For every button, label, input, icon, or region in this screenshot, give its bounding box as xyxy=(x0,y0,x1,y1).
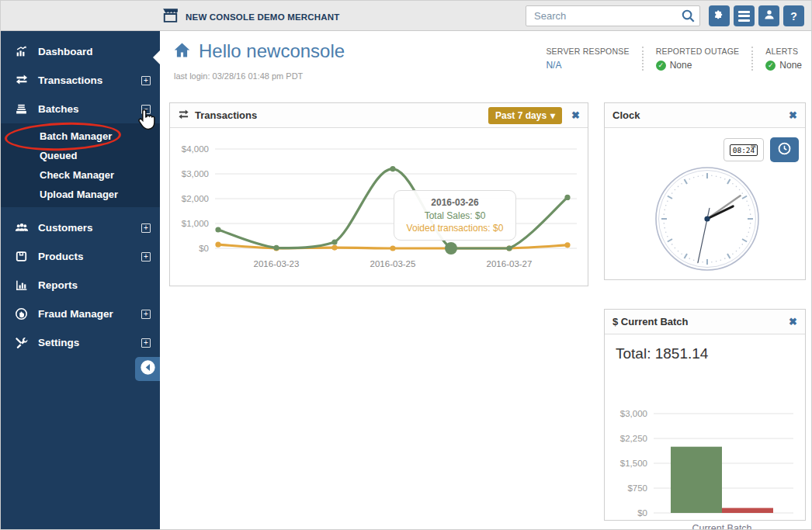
active-item-indicator xyxy=(153,50,160,64)
svg-text:$1,500: $1,500 xyxy=(620,459,647,468)
top-header-bar: NEW CONSOLE DEMO MERCHANT xyxy=(1,1,811,31)
current-batch-widget: $ Current Batch ✖ Total: 1851.14 $0$750$… xyxy=(604,309,806,521)
sidebar-item-dashboard[interactable]: Dashboard xyxy=(1,37,160,66)
sidebar-item-transactions[interactable]: Transactions+ xyxy=(1,66,160,95)
analog-clock xyxy=(653,165,762,273)
dashboard-icon xyxy=(15,45,29,59)
circle-left-arrow-icon xyxy=(140,359,156,379)
svg-text:2016-03-27: 2016-03-27 xyxy=(487,259,533,268)
settings-icon xyxy=(15,336,29,350)
digital-time-button[interactable]: 08:24PM xyxy=(724,138,764,161)
topbar-actions: ? xyxy=(526,5,804,26)
hamburger-icon xyxy=(738,11,750,22)
sidebar-item-label: Reports xyxy=(38,279,78,291)
sidebar-subitem-check-manager[interactable]: Check Manager xyxy=(1,165,160,185)
check-circle-icon: ✓ xyxy=(656,61,666,71)
clock-widget: Clock ✖ 08:24PM xyxy=(604,102,806,280)
customers-expand-toggle[interactable]: + xyxy=(141,223,151,233)
menu-button[interactable] xyxy=(734,5,755,26)
sidebar-item-label: Fraud Manager xyxy=(38,308,113,320)
svg-text:$2,250: $2,250 xyxy=(620,434,647,443)
sidebar-item-products[interactable]: Products+ xyxy=(1,242,160,271)
current-batch-bar-chart: $0$750$1,500$2,250$3,000Current Batch xyxy=(607,372,803,530)
sidebar-item-fraud-manager[interactable]: Fraud Manager+ xyxy=(1,300,160,328)
check-circle-icon: ✓ xyxy=(765,61,776,71)
help-button[interactable]: ? xyxy=(783,5,804,26)
svg-text:$3,000: $3,000 xyxy=(182,169,209,178)
svg-text:$0: $0 xyxy=(199,244,209,253)
close-icon[interactable]: ✖ xyxy=(571,110,580,120)
sidebar-subitem-batch-manager[interactable]: Batch Manager xyxy=(1,126,160,146)
storefront-icon xyxy=(161,6,179,27)
sidebar-item-customers[interactable]: Customers+ xyxy=(1,213,160,242)
sidebar-nav: DashboardTransactions+Batches−Batch Mana… xyxy=(1,31,160,529)
customers-icon xyxy=(15,221,29,235)
sidebar-item-label: Transactions xyxy=(38,74,102,86)
svg-text:2016-03-25: 2016-03-25 xyxy=(370,259,416,268)
sidebar-collapse-button[interactable] xyxy=(135,357,160,381)
merchant-name: NEW CONSOLE DEMO MERCHANT xyxy=(186,12,340,22)
search-input[interactable] xyxy=(526,5,700,26)
clock-settings-button[interactable] xyxy=(770,137,799,162)
sidebar-item-label: Batches xyxy=(38,103,79,115)
sidebar-item-settings[interactable]: Settings+ xyxy=(1,328,160,357)
last-login-text: last login: 03/28/16 01:48 pm PDT xyxy=(174,71,303,81)
settings-expand-toggle[interactable]: + xyxy=(141,338,151,348)
svg-text:$750: $750 xyxy=(627,483,647,493)
page-title: Hello newconsole xyxy=(199,40,345,62)
status-strip: SERVER RESPONSE N/A REPORTED OUTAGE ✓Non… xyxy=(533,47,803,71)
widget-title-clock: Clock xyxy=(612,109,640,121)
puzzle-icon xyxy=(713,9,726,23)
sidebar-subitem-upload-manager[interactable]: Upload Manager xyxy=(1,185,160,204)
date-range-button[interactable]: Past 7 days ▾ xyxy=(488,107,562,124)
svg-text:$3,000: $3,000 xyxy=(620,409,647,418)
main-content: Hello newconsole last login: 03/28/16 01… xyxy=(160,31,811,529)
widget-title-transactions: Transactions xyxy=(195,109,257,121)
transactions-widget: Transactions Past 7 days ▾ ✖ $0$1,000$2,… xyxy=(169,102,588,286)
person-icon xyxy=(763,9,776,23)
sidebar-item-label: Products xyxy=(38,251,84,262)
svg-text:$2,000: $2,000 xyxy=(182,194,209,203)
widget-title-current-batch: $ Current Batch xyxy=(612,316,689,327)
clock-icon xyxy=(777,141,792,158)
fraud-icon xyxy=(15,307,29,321)
home-icon xyxy=(173,41,191,62)
fraud-manager-expand-toggle[interactable]: + xyxy=(141,310,151,319)
batches-submenu: Batch ManagerQueuedCheck ManagerUpload M… xyxy=(1,123,160,207)
sidebar-item-label: Dashboard xyxy=(38,46,93,57)
sidebar-item-label: Settings xyxy=(38,337,79,348)
svg-text:$1,000: $1,000 xyxy=(182,219,209,228)
products-expand-toggle[interactable]: + xyxy=(141,252,151,262)
caret-down-icon: ▾ xyxy=(550,110,555,121)
transactions-line-chart: $0$1,000$2,000$3,000$4,0002016-03-232016… xyxy=(170,133,588,289)
status-reported-outage: REPORTED OUTAGE ✓None xyxy=(642,47,752,71)
close-icon[interactable]: ✖ xyxy=(789,110,797,120)
close-icon[interactable]: ✖ xyxy=(789,317,797,327)
server-response-value: N/A xyxy=(546,60,629,71)
svg-text:$4,000: $4,000 xyxy=(182,144,209,154)
products-icon xyxy=(15,250,29,264)
svg-text:Current Batch: Current Batch xyxy=(692,523,751,530)
status-server-response: SERVER RESPONSE N/A xyxy=(533,47,641,71)
sidebar-item-batches[interactable]: Batches− xyxy=(1,95,160,123)
svg-text:2016-03-23: 2016-03-23 xyxy=(254,259,300,268)
transactions-expand-toggle[interactable]: + xyxy=(141,76,151,85)
batch-total-label: Total: 1851.14 xyxy=(616,345,708,362)
reports-icon xyxy=(15,279,29,293)
transfer-arrows-icon xyxy=(178,109,189,122)
question-icon: ? xyxy=(790,10,797,23)
svg-text:$0: $0 xyxy=(637,508,647,518)
status-alerts: ALERTS ✓None xyxy=(751,47,803,71)
merchant-logo: NEW CONSOLE DEMO MERCHANT xyxy=(161,6,340,27)
chart-tooltip: 2016-03-26 Total Sales: $0 Voided transa… xyxy=(394,190,516,241)
sidebar-item-reports[interactable]: Reports xyxy=(1,271,160,300)
search-icon[interactable] xyxy=(681,9,696,26)
account-button[interactable] xyxy=(758,5,779,26)
sidebar-item-label: Customers xyxy=(38,222,93,234)
sidebar-subitem-queued[interactable]: Queued xyxy=(1,146,160,165)
batches-icon xyxy=(15,102,29,116)
transactions-icon xyxy=(15,74,29,88)
plugins-button[interactable] xyxy=(709,5,730,26)
batches-expand-toggle[interactable]: − xyxy=(141,105,151,114)
merchant-console-page: NEW CONSOLE DEMO MERCHANT xyxy=(0,0,812,530)
